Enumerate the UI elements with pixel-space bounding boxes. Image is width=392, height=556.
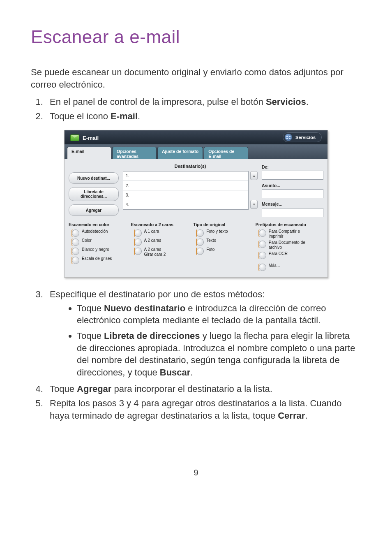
opt-orig-3-label: Foto [206,247,214,252]
envelope-icon [70,134,79,141]
step-3b-bold: Libreta de direcciones [104,331,200,341]
step-5: Repita los pasos 3 y 4 para agregar otro… [46,397,361,422]
tab-advanced-label: Opciones avanzadas [117,149,138,159]
radio-icon [72,239,79,246]
from-label: De: [262,164,323,170]
tab-email-options[interactable]: Opciones de E-mail [204,147,248,159]
opt-preset-1-label: Para Compartir e imprimir [269,229,300,239]
step-4-pre: Toque [50,384,77,394]
radio-icon [259,241,266,248]
radio-icon [134,239,142,246]
step-3a-bold: Nuevo destinatario [104,303,185,313]
opt-color-auto[interactable]: Autodetección [72,229,128,237]
tab-format[interactable]: Ajuste de formato [157,147,203,159]
step-4-bold: Agregar [77,384,111,394]
opt-orig-1-label: Foto y texto [206,229,228,234]
radio-icon [259,264,266,271]
scroll-up-button[interactable]: ▴ [250,171,258,180]
add-button-label: Agregar [86,208,101,213]
tab-advanced[interactable]: Opciones avanzadas [112,147,157,159]
group-original-title: Tipo de original [193,222,252,227]
address-book-button[interactable]: Libreta de direcciones... [69,187,119,201]
opt-sides-2[interactable]: A 2 caras [134,238,190,246]
opt-orig-1[interactable]: Foto y texto [196,229,252,237]
radio-icon [259,252,266,259]
step-1-bold: Servicios [266,97,306,107]
opt-color-color[interactable]: Color [72,238,128,246]
new-recipient-button[interactable]: Nuevo destinat... [69,172,119,184]
list-row-1[interactable]: 1. [123,171,248,181]
panel-titlebar: E-mail Servicios [65,130,327,144]
list-row-3[interactable]: 3. [123,190,248,200]
step-2-post: . [138,111,140,121]
services-label: Servicios [295,134,316,141]
tab-format-label: Ajuste de formato [162,149,198,154]
step-2: Toque el icono E-mail. [46,110,361,123]
chevron-down-icon: ▾ [253,202,255,207]
tab-email[interactable]: E-mail [67,147,111,159]
opt-orig-3[interactable]: Foto [196,247,252,255]
opt-orig-2[interactable]: Texto [196,238,252,246]
step-3-text: Especifique el destinatario por uno de e… [50,289,265,299]
opt-preset-3[interactable]: Para OCR [259,251,323,259]
opt-sides-2rot[interactable]: A 2 caras Girar cara 2 [134,247,190,257]
opt-color-gray[interactable]: Escala de grises [72,256,128,264]
opt-preset-more-label: Más... [269,263,280,268]
step-1-post: . [306,97,309,107]
radio-icon [72,229,79,237]
step-5-bold: Cerrar [278,410,305,421]
opt-preset-more[interactable]: Más... [259,263,323,271]
opt-orig-2-label: Texto [206,238,216,243]
opt-preset-3-label: Para OCR [269,251,288,256]
radio-icon [134,248,142,255]
recipients-scrollbar: ▴ ▾ [250,171,258,209]
step-1-pre: En el panel de control de la impresora, … [50,97,266,107]
tab-email-options-label: Opciones de E-mail [208,149,234,159]
services-button[interactable]: Servicios [283,132,322,142]
group-color: Escaneado en color Autodetección Color B… [69,222,128,272]
step-3a-pre: Toque [77,303,104,313]
group-sides-title: Escaneado a 2 caras [131,222,190,227]
step-4: Toque Agregar para incorporar el destina… [46,383,361,395]
step-3b-post: . [190,367,193,378]
recipients-list[interactable]: 1. 2. 3. 4. [123,171,249,210]
radio-icon [72,257,79,264]
list-row-2[interactable]: 2. [123,181,248,190]
subject-label: Asunto... [262,183,323,188]
left-buttons: Nuevo destinat... Libreta de direcciones… [69,163,119,218]
work-area: Nuevo destinat... Libreta de direcciones… [65,159,327,222]
step-3b-bold2: Buscar [160,367,191,378]
step-3a: Toque Nuevo destinatario e introduzca la… [77,302,361,327]
radio-icon [196,248,204,255]
from-field[interactable] [262,171,323,180]
opt-color-bw[interactable]: Blanco y negro [72,247,128,255]
new-recipient-label: Nuevo destinat... [77,176,110,181]
tab-strip: E-mail Opciones avanzadas Ajuste de form… [65,144,327,159]
opt-preset-2-label: Para Documento de archivo [269,240,305,250]
opt-preset-2[interactable]: Para Documento de archivo [259,240,323,250]
group-presets: Prefijados de escaneado Para Compartir e… [256,222,323,272]
panel-title: E-mail [83,134,99,142]
tab-email-label: E-mail [71,149,85,154]
scroll-down-button[interactable]: ▾ [250,200,258,209]
step-2-pre: Toque el icono [50,111,111,121]
message-field[interactable] [262,208,323,217]
step-3: Especifique el destinatario por uno de e… [46,288,361,379]
group-presets-title: Prefijados de escaneado [256,222,323,227]
opt-color-gray-label: Escala de grises [82,256,112,261]
step-5-post: . [305,410,307,421]
add-button[interactable]: Agregar [69,204,119,216]
fields-column: De: Asunto... Mensaje... [262,163,323,218]
list-row-4[interactable]: 4. [123,200,248,209]
subject-field[interactable] [262,189,323,198]
radio-icon [196,239,204,246]
opt-color-bw-label: Blanco y negro [82,247,109,252]
message-label: Mensaje... [262,201,323,207]
opt-sides-1-label: A 1 cara [144,229,159,234]
radio-icon [72,248,79,255]
opt-preset-1[interactable]: Para Compartir e imprimir [259,229,323,239]
options-row: Escaneado en color Autodetección Color B… [65,222,327,277]
opt-sides-1[interactable]: A 1 cara [134,229,190,237]
intro-text: Se puede escanear un documento original … [31,66,361,90]
step-2-bold: E-mail [111,111,138,121]
